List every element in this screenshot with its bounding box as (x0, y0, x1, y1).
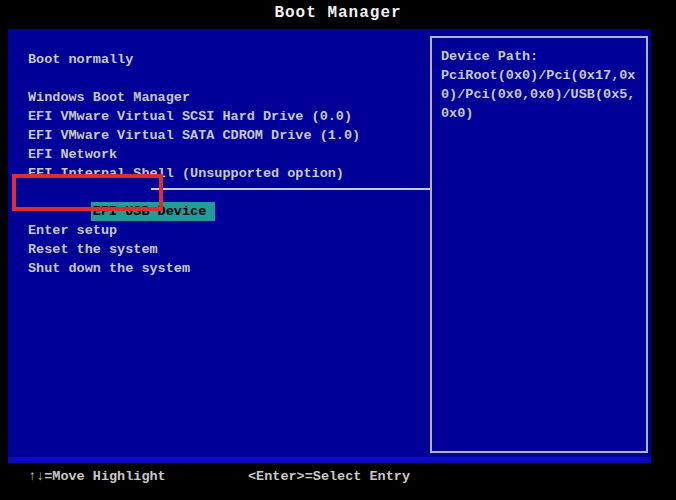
boot-menu: Boot normally Windows Boot Manager EFI V… (28, 50, 360, 278)
separator-line (151, 188, 430, 190)
menu-item-windows-boot-manager[interactable]: Windows Boot Manager (28, 88, 360, 107)
menu-group-gap (28, 69, 360, 88)
boot-menu-panel: Boot normally Windows Boot Manager EFI V… (8, 29, 651, 463)
menu-item-reset-system[interactable]: Reset the system (28, 240, 360, 259)
device-path-panel: Device Path: PciRoot(0x0)/Pci(0x17,0x0)/… (430, 36, 648, 453)
menu-item-boot-normally[interactable]: Boot normally (28, 50, 360, 69)
menu-item-efi-sata-cdrom-drive[interactable]: EFI VMware Virtual SATA CDROM Drive (1.0… (28, 126, 360, 145)
menu-item-shut-down-system[interactable]: Shut down the system (28, 259, 360, 278)
menu-item-efi-scsi-hard-drive[interactable]: EFI VMware Virtual SCSI Hard Drive (0.0) (28, 107, 360, 126)
device-path-value: PciRoot(0x0)/Pci(0x17,0x0)/Pci(0x0,0x0)/… (441, 66, 639, 123)
device-path-heading: Device Path: (441, 47, 639, 66)
footer-help-bar: ↑↓=Move Highlight <Enter>=Select Entry (0, 463, 676, 500)
move-highlight-hint: ↑↓=Move Highlight (28, 467, 166, 486)
boot-manager-screen: Boot Manager Boot normally Windows Boot … (0, 0, 676, 500)
select-entry-hint: <Enter>=Select Entry (248, 467, 410, 486)
annotation-box (12, 174, 163, 211)
page-title: Boot Manager (0, 0, 676, 29)
menu-item-enter-setup[interactable]: Enter setup (28, 221, 360, 240)
menu-item-efi-network[interactable]: EFI Network (28, 145, 360, 164)
